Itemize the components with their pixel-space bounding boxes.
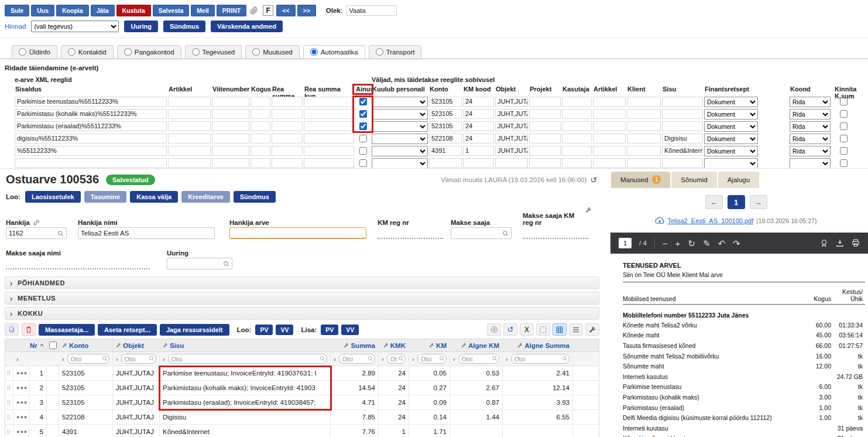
rule-kasutaja-cell[interactable] [562, 158, 592, 168]
toolbar-button[interactable]: Uus [31, 5, 54, 16]
rule-kogus-cell[interactable] [251, 146, 270, 156]
rule-artikkel2-cell[interactable] [593, 109, 626, 119]
rule-artikkel-cell[interactable] [168, 109, 211, 119]
cell-objekt[interactable]: JUHT,JUTAJ [113, 366, 160, 380]
row-menu-icon[interactable]: ●●● [16, 370, 28, 376]
cell-algne-km[interactable] [450, 425, 503, 437]
rule-viitenumber-cell[interactable] [212, 121, 249, 131]
rule-objekt-cell[interactable] [495, 158, 528, 168]
massasetaja-button[interactable]: Massasetaja... [39, 324, 95, 336]
rule-artikkel2-cell[interactable] [593, 158, 626, 168]
excel-export-icon[interactable]: X [520, 323, 534, 336]
drag-handle[interactable]: ⠿ [6, 400, 10, 406]
cell-objekt[interactable]: JUHT,JUTAJ [113, 381, 160, 395]
rule-kogus-cell[interactable] [251, 109, 270, 119]
rule-artikkel2-cell[interactable] [593, 121, 626, 131]
select-all-checkbox[interactable] [49, 342, 57, 349]
rule-rea-summa-kuni-cell[interactable] [304, 158, 354, 168]
drag-handle[interactable]: ⠿ [6, 385, 10, 391]
cell-summa[interactable]: 2.89 [331, 366, 379, 380]
next-document-button[interactable]: >> [297, 5, 316, 16]
cell-summa[interactable]: 4.71 [331, 395, 379, 409]
rule-rea-summa-cell[interactable] [272, 97, 303, 107]
rule-rea-summa-kuni-cell[interactable] [304, 109, 354, 119]
rule-klient-cell[interactable] [627, 146, 661, 156]
cell-sisu[interactable]: Kõned&Internet [160, 425, 331, 437]
ainus-checkbox[interactable] [359, 98, 367, 105]
rule-km-kood-cell[interactable]: 24 [463, 121, 494, 131]
cell-sisu[interactable]: Parkimistasu (eraalad); InvoiceEntryId: … [160, 395, 331, 409]
cell-km[interactable]: 0.09 [409, 395, 450, 409]
rule-km-kood-cell[interactable] [463, 158, 494, 168]
rule-objekt-cell[interactable]: JUHT,JUTAJ [495, 97, 528, 107]
rule-artikkel2-cell[interactable] [593, 146, 626, 156]
rule-viitenumber-cell[interactable] [212, 109, 249, 119]
rule-sisaldus-cell[interactable]: Parkimistasu (eraalad)%55112233% [15, 121, 167, 131]
rule-km-kood-cell[interactable]: 24 [463, 109, 494, 119]
rule-sisaldus-cell[interactable]: digisisu%55112233% [15, 134, 167, 144]
rule-kogus-cell[interactable] [251, 158, 270, 168]
cell-kmk[interactable]: 24 [379, 410, 409, 424]
prev-document-button[interactable]: << [276, 5, 295, 16]
tab[interactable]: Muutused [245, 45, 300, 59]
attachments-tab[interactable]: Manused 1 [611, 172, 670, 188]
clear-filters-icon[interactable] [487, 323, 501, 336]
toolbar-button[interactable]: Salvesta [153, 5, 190, 16]
attachments-tab[interactable]: Sõnumid [671, 172, 716, 188]
cell-sisu[interactable]: Digisisu [160, 410, 331, 424]
ainus-checkbox[interactable] [359, 122, 367, 130]
grid-view-icon[interactable] [553, 323, 567, 336]
rule-sisu-cell[interactable] [662, 121, 703, 131]
uuring-input[interactable] [167, 258, 232, 269]
copy-rows-icon[interactable] [5, 323, 19, 336]
rule-sisu-cell[interactable]: Digisisu [662, 134, 703, 144]
rule-projekt-cell[interactable] [529, 146, 561, 156]
link-chain-icon[interactable] [33, 219, 40, 226]
loo-vv-button[interactable]: VV [276, 325, 293, 335]
toolbar-button[interactable]: Kustuta [116, 5, 151, 16]
rule-klient-cell[interactable] [627, 109, 661, 119]
toolbar-button[interactable]: Sule [5, 5, 29, 16]
hankija-input[interactable]: 1162 [6, 227, 67, 239]
rule-objekt-cell[interactable]: JUHT,JUTAJ [495, 146, 528, 156]
col-kmk[interactable]: KMK [379, 339, 409, 351]
km-reg-input[interactable] [378, 227, 443, 239]
history-undo-icon[interactable]: ↺ [590, 175, 597, 185]
rule-rea-summa-kuni-cell[interactable] [304, 121, 354, 131]
cell-konto[interactable]: 523105 [59, 395, 113, 409]
kuulub-personali-select[interactable] [372, 109, 428, 120]
rule-km-kood-cell[interactable]: 24 [463, 134, 494, 144]
rule-klient-cell[interactable] [627, 134, 661, 144]
kuulub-personali-select[interactable] [372, 97, 428, 107]
delete-rows-icon[interactable] [22, 323, 36, 336]
tab-radio[interactable] [310, 48, 318, 56]
hankija-arve-input[interactable] [229, 227, 366, 239]
section-pohiandmed[interactable]: › PÕHIANDMED [5, 276, 599, 289]
sundmus-button[interactable]: Sündmus [163, 21, 205, 32]
kinnita-checkbox[interactable] [840, 98, 848, 105]
approve-stamp-icon[interactable] [820, 239, 828, 247]
kuulub-personali-select[interactable] [372, 134, 428, 144]
rule-sisu-cell[interactable] [662, 109, 703, 119]
cell-konto[interactable]: 523105 [59, 366, 113, 380]
toolbar-button[interactable]: Jäta [91, 5, 115, 16]
col-algne-km[interactable]: Algne KM [450, 339, 503, 351]
settings-wrench-icon[interactable] [585, 207, 592, 213]
rule-projekt-cell[interactable] [529, 134, 561, 144]
cell-kmk[interactable]: 24 [379, 366, 409, 380]
cell-km[interactable]: 0.14 [409, 410, 450, 424]
tab[interactable]: Pangakontod [117, 45, 181, 59]
rule-konto-cell[interactable] [429, 158, 462, 168]
rule-sisu-cell[interactable] [662, 158, 703, 168]
varskenda-andmed-button[interactable]: Värskenda andmed [211, 21, 283, 32]
tab[interactable]: Tegevused [185, 45, 242, 59]
makse-saaja-input[interactable] [451, 227, 512, 239]
zoom-out-icon[interactable]: − [663, 239, 668, 248]
row-menu-icon[interactable]: ●●● [16, 385, 28, 391]
rule-rea-summa-cell[interactable] [272, 121, 303, 131]
rule-kogus-cell[interactable] [251, 121, 270, 131]
pager-prev-button[interactable]: ← [705, 195, 723, 209]
pdf-page-input[interactable] [619, 238, 632, 248]
cell-objekt[interactable]: JUHT,JUTAJ [113, 395, 160, 409]
finantsretsept-select[interactable]: Dokument [704, 121, 758, 132]
